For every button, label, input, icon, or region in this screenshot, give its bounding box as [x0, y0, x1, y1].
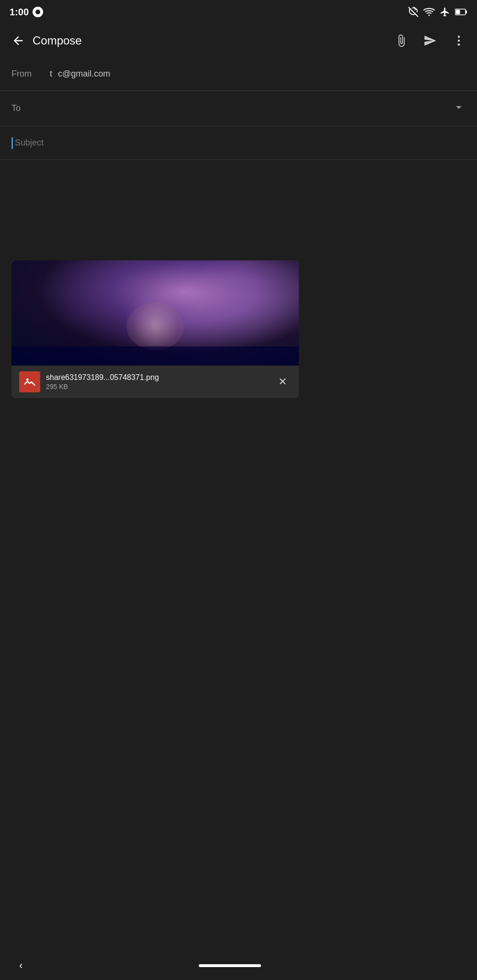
attachment-filename: share631973189...05748371.png [46, 373, 274, 382]
wifi-icon [423, 7, 435, 17]
battery-icon [455, 7, 467, 17]
svg-point-1 [429, 15, 430, 16]
from-account-letter: t [50, 69, 52, 79]
to-label: To [11, 103, 50, 113]
app-bar: Compose [0, 24, 477, 57]
back-button[interactable] [8, 30, 29, 51]
body-area[interactable] [0, 160, 477, 256]
app-bar-actions [391, 30, 469, 51]
chevron-down-icon [452, 100, 466, 116]
attach-button[interactable] [391, 30, 412, 51]
svg-point-7 [458, 44, 460, 46]
to-row[interactable]: To [0, 91, 477, 126]
from-row: From t c@gmail.com [0, 57, 477, 91]
attachment-info: share631973189...05748371.png 295 KB [40, 373, 274, 390]
attachment-filesize: 295 KB [46, 383, 274, 390]
status-bar: 1:00 [0, 0, 477, 24]
from-label: From [11, 69, 50, 79]
page-title: Compose [29, 34, 391, 47]
from-email: c@gmail.com [58, 69, 466, 79]
status-time: 1:00 [10, 7, 29, 18]
attachment-container: share631973189...05748371.png 295 KB ✕ [11, 260, 299, 398]
status-icons [408, 7, 467, 17]
text-cursor [11, 137, 13, 149]
pocket-icon [33, 7, 43, 17]
nav-back-button[interactable]: ‹ [19, 959, 23, 972]
more-options-button[interactable] [448, 30, 469, 51]
svg-point-5 [458, 36, 460, 38]
attachment-preview-image [11, 260, 299, 366]
airplane-icon [440, 7, 450, 17]
subject-row[interactable]: Subject [0, 126, 477, 160]
subject-input[interactable]: Subject [15, 138, 44, 148]
attachment-remove-button[interactable]: ✕ [274, 373, 291, 390]
svg-rect-8 [23, 375, 36, 389]
send-button[interactable] [420, 30, 441, 51]
svg-point-9 [26, 379, 29, 381]
bottom-nav: ‹ [0, 951, 477, 980]
svg-rect-3 [466, 11, 467, 13]
svg-point-6 [458, 40, 460, 42]
compose-form: From t c@gmail.com To Subject [0, 57, 477, 398]
home-pill[interactable] [199, 964, 261, 967]
status-left: 1:00 [10, 7, 43, 18]
mute-icon [408, 7, 419, 17]
attachment-footer: share631973189...05748371.png 295 KB ✕ [11, 366, 299, 398]
attachment-file-icon [19, 371, 40, 392]
svg-rect-4 [456, 10, 460, 14]
